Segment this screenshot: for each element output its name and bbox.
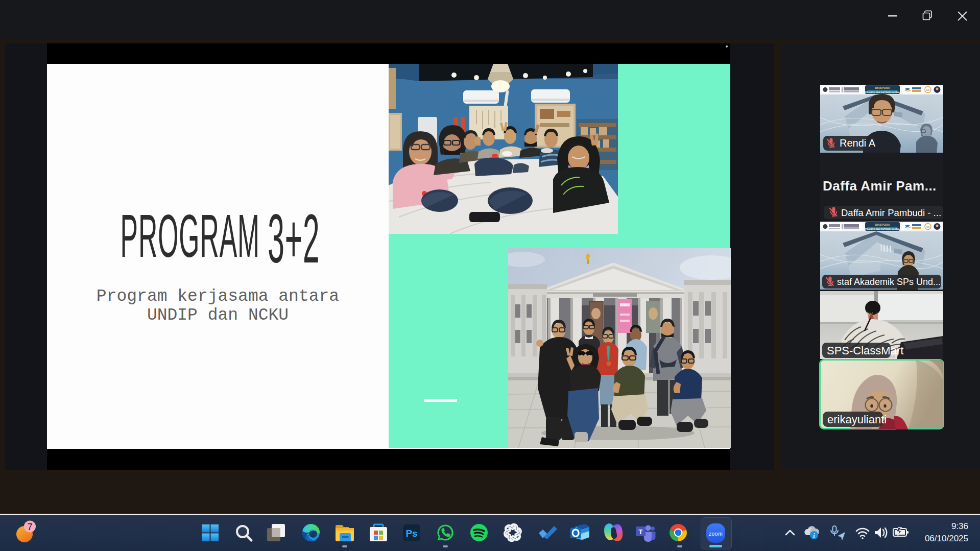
svg-text:Daffa Amir Pambudi - ...: Daffa Amir Pambudi - ... xyxy=(841,207,941,218)
svg-text:zoom: zoom xyxy=(709,531,723,537)
svg-text:7: 7 xyxy=(27,521,33,532)
svg-text:Rendi A: Rendi A xyxy=(840,137,876,149)
svg-text:Ps: Ps xyxy=(405,528,417,539)
svg-text:staf Akademik SPs Und...: staf Akademik SPs Und... xyxy=(837,277,941,287)
svg-text:erikayulianti: erikayulianti xyxy=(827,413,887,426)
svg-text:SPS-ClassMart: SPS-ClassMart xyxy=(827,344,903,357)
svg-text:T: T xyxy=(639,528,643,536)
